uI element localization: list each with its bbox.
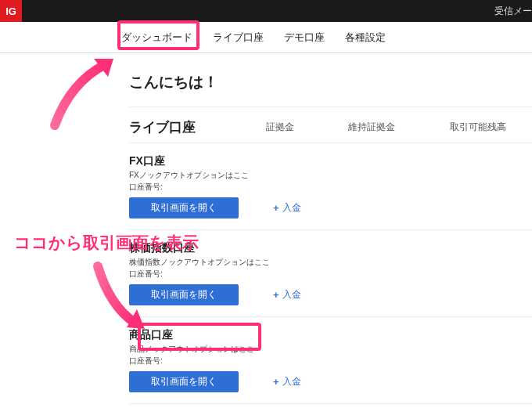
tab-settings[interactable]: 各種設定: [345, 22, 386, 52]
col-margin: 証拠金: [266, 121, 348, 134]
tab-demo[interactable]: デモ口座: [284, 22, 325, 52]
spacer: [22, 0, 494, 22]
plus-icon: +: [273, 376, 279, 388]
account-sub: 株価指数ノックアウトオプションはここ: [129, 257, 532, 268]
account-number: 口座番号:: [129, 356, 532, 366]
greeting: こんにちは！: [129, 72, 532, 107]
main: こんにちは！ ライブ口座 証拠金 維持証拠金 取引可能残高 FX口座 FXノック…: [0, 53, 532, 408]
logo: IG: [0, 0, 22, 22]
account-sub: FXノックアウトオプションはここ: [129, 170, 532, 181]
account-number: 口座番号:: [129, 269, 532, 280]
account-sub: 商品ノックアウトオプションはここ: [129, 344, 532, 355]
account-number: 口座番号:: [129, 182, 532, 193]
account-fx: FX口座 FXノックアウトオプションはここ 口座番号: 取引画面を開く + 入金: [129, 143, 532, 230]
tab-live[interactable]: ライブ口座: [213, 22, 264, 52]
account-commodity: 商品口座 商品ノックアウトオプションはここ 口座番号: 取引画面を開く + 入金: [129, 317, 532, 404]
account-name: FX口座: [129, 154, 532, 168]
account-name: 商品口座: [129, 328, 532, 342]
account-actions: 取引画面を開く + 入金: [129, 284, 532, 305]
deposit-link[interactable]: + 入金: [273, 288, 301, 301]
topbar: IG 受信メー: [0, 0, 532, 22]
plus-icon: +: [273, 289, 279, 301]
account-name: 株価指数口座: [129, 241, 532, 255]
col-avail: 取引可能残高: [450, 121, 532, 134]
account-stock: 個別株口座 口座番号: 取引画面を開く + 入金: [129, 404, 532, 408]
open-trading-button[interactable]: 取引画面を開く: [129, 371, 239, 392]
open-trading-button[interactable]: 取引画面を開く: [129, 284, 239, 305]
plus-icon: +: [273, 202, 279, 214]
mail-label: 受信メー: [494, 5, 532, 18]
account-index: 株価指数口座 株価指数ノックアウトオプションはここ 口座番号: 取引画面を開く …: [129, 230, 532, 317]
deposit-link[interactable]: + 入金: [273, 375, 301, 388]
deposit-link[interactable]: + 入金: [273, 201, 301, 215]
nav: ダッシュボード ライブ口座 デモ口座 各種設定: [0, 22, 532, 53]
section-head: ライブ口座 証拠金 維持証拠金 取引可能残高: [129, 107, 532, 143]
open-trading-button[interactable]: 取引画面を開く: [129, 197, 239, 218]
account-actions: 取引画面を開く + 入金: [129, 371, 532, 392]
col-maint: 維持証拠金: [348, 121, 450, 134]
account-actions: 取引画面を開く + 入金: [129, 197, 532, 218]
deposit-label: 入金: [282, 201, 301, 215]
tab-dashboard[interactable]: ダッシュボード: [121, 22, 192, 52]
deposit-label: 入金: [282, 288, 301, 301]
section-title: ライブ口座: [129, 118, 266, 136]
deposit-label: 入金: [282, 375, 301, 388]
topbar-mail[interactable]: 受信メー: [494, 0, 532, 22]
